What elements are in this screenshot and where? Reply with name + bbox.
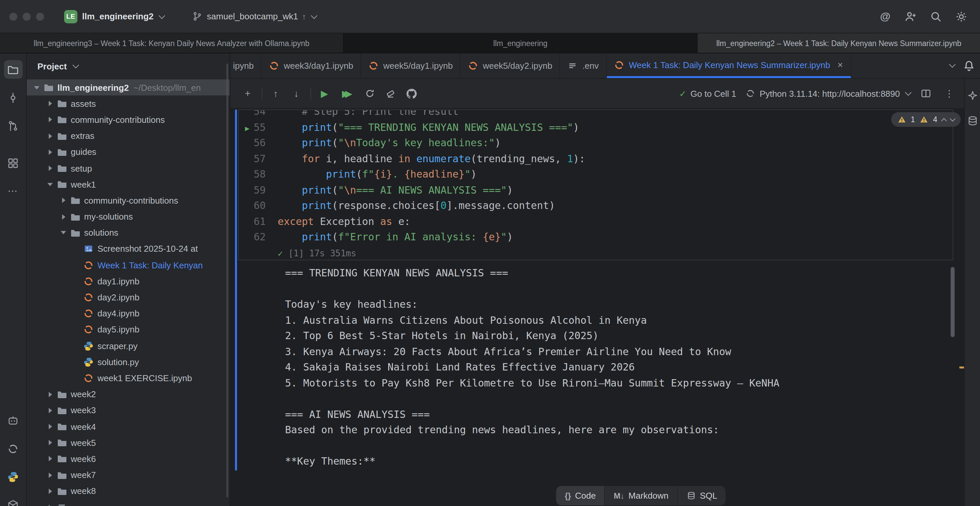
editor-tab[interactable]: week5/day1.ipynb	[361, 53, 461, 78]
tree-item[interactable]: my-solutions	[27, 208, 230, 224]
jupyter-tool-button[interactable]	[4, 439, 22, 458]
tree-item[interactable]: solutions	[27, 224, 230, 241]
github-button[interactable]	[403, 86, 419, 102]
ai-chat-tool-button[interactable]	[4, 411, 22, 430]
tree-item[interactable]	[27, 499, 230, 506]
editor-tab[interactable]: ipynb	[230, 53, 262, 78]
tree-item[interactable]: solution.py	[27, 354, 230, 370]
project-tree-scrollbar[interactable]	[226, 64, 228, 497]
settings-gear-icon[interactable]	[955, 10, 968, 23]
tree-expand-chevron-icon[interactable]	[45, 488, 55, 494]
tree-expand-chevron-icon[interactable]	[45, 440, 55, 445]
tree-expand-chevron-icon[interactable]	[45, 101, 55, 107]
tree-expand-chevron-icon[interactable]	[45, 117, 55, 123]
tree-item[interactable]: week7	[27, 467, 230, 483]
notebook-editor[interactable]: 54 # Step 5: Print the result▶55 print("…	[230, 108, 964, 506]
tree-item[interactable]: Screenshot 2025-10-24 at	[27, 241, 230, 257]
more-tool-windows-button[interactable]: ⋯	[4, 181, 22, 200]
clear-outputs-button[interactable]	[382, 86, 399, 102]
move-cell-down-button[interactable]: ↓	[288, 86, 304, 102]
cell-type-markdown-button[interactable]: M↓Markdown	[605, 486, 678, 505]
tree-expand-chevron-icon[interactable]	[59, 231, 68, 235]
tree-item[interactable]: day2.ipynb	[27, 290, 230, 306]
tree-item[interactable]: community-contributions	[27, 193, 230, 208]
python-console-tool-button[interactable]	[4, 467, 22, 486]
tree-item[interactable]: week3	[27, 403, 230, 418]
database-tool-button[interactable]	[966, 115, 978, 127]
editor-tab-active[interactable]: Week 1 Task: Daily Kenyan News Summarize…	[607, 53, 851, 78]
tree-expand-chevron-icon[interactable]	[45, 391, 55, 397]
tree-expand-chevron-icon[interactable]	[45, 408, 55, 413]
cell-type-sql-button[interactable]: SQL	[678, 486, 726, 505]
tree-expand-chevron-icon[interactable]	[45, 150, 55, 155]
tree-expand-chevron-icon[interactable]	[45, 165, 55, 171]
run-line-icon[interactable]: ▶	[245, 121, 249, 136]
structure-tool-button[interactable]	[4, 154, 22, 172]
window-tab[interactable]: llm_engineering3 – Week 1 Task: Kenyan D…	[0, 33, 344, 53]
tree-expand-chevron-icon[interactable]	[45, 133, 55, 138]
kernel-selector[interactable]: Python 3.11.14: http://localhost:8890	[746, 88, 911, 99]
tree-expand-chevron-icon[interactable]	[45, 472, 55, 477]
output-scrollbar[interactable]	[951, 267, 955, 337]
tree-item[interactable]: scraper.py	[27, 338, 230, 354]
ai-assistant-at-icon[interactable]: @	[878, 10, 892, 23]
tree-item[interactable]: day4.ipynb	[27, 306, 230, 321]
window-tab-active[interactable]: llm_engineering2 – Week 1 Task: Daily Ke…	[698, 33, 980, 53]
tree-item[interactable]: assets	[27, 95, 230, 111]
tree-expand-chevron-icon[interactable]	[59, 198, 68, 203]
tree-item[interactable]: community-contributions	[27, 112, 230, 128]
tree-item[interactable]: setup	[27, 160, 230, 176]
split-editor-icon[interactable]	[920, 88, 932, 99]
tree-expand-chevron-icon[interactable]	[45, 183, 55, 186]
tree-item[interactable]: week6	[27, 451, 230, 467]
code-cell[interactable]: 54 # Step 5: Print the result▶55 print("…	[238, 110, 953, 260]
next-problem-icon[interactable]	[950, 116, 956, 122]
tree-item[interactable]: week4	[27, 418, 230, 434]
tree-expand-chevron-icon[interactable]	[32, 86, 41, 89]
tree-item[interactable]: day1.ipynb	[27, 274, 230, 290]
tree-item[interactable]: week8	[27, 483, 230, 499]
close-tab-icon[interactable]: ×	[837, 59, 843, 70]
run-cell-button[interactable]: ▶	[317, 86, 332, 102]
editor-tab[interactable]: week5/day2.ipynb	[461, 53, 560, 78]
code-with-me-user-icon[interactable]	[904, 10, 917, 23]
add-cell-button[interactable]: ＋	[240, 86, 256, 102]
tree-item[interactable]: week1	[27, 176, 230, 192]
search-icon[interactable]	[929, 10, 943, 23]
branch-selector[interactable]: samuel_bootcamp_wk1 ↑	[187, 8, 321, 24]
pull-requests-tool-button[interactable]	[4, 116, 22, 135]
tree-item[interactable]: week2	[27, 386, 230, 402]
editor-tab[interactable]: .env	[560, 53, 607, 78]
minimize-window-button[interactable]	[23, 12, 31, 21]
tree-item[interactable]: week5	[27, 434, 230, 450]
inspections-widget[interactable]: 1 4	[891, 112, 961, 127]
tree-expand-chevron-icon[interactable]	[45, 456, 55, 461]
notifications-bell-icon[interactable]	[963, 60, 975, 72]
tree-expand-chevron-icon[interactable]	[45, 504, 55, 506]
tree-item[interactable]: week1 EXERCISE.ipynb	[27, 370, 230, 386]
cell-type-code-button[interactable]: {}Code	[556, 486, 605, 505]
packages-tool-button[interactable]	[4, 495, 22, 506]
move-cell-up-button[interactable]: ↑	[268, 86, 284, 102]
zoom-window-button[interactable]	[36, 12, 44, 21]
project-selector[interactable]: LE llm_engineering2	[59, 7, 170, 26]
tree-item[interactable]: day5.ipynb	[27, 322, 230, 338]
previous-problem-icon[interactable]	[941, 118, 947, 124]
ai-assistant-tool-button[interactable]	[966, 89, 978, 102]
tree-item[interactable]: Week 1 Task: Daily Kenyan	[27, 257, 230, 273]
close-window-button[interactable]	[10, 12, 18, 21]
window-tab[interactable]: llm_engineering	[344, 33, 698, 53]
run-all-cells-button[interactable]: ▶▶	[337, 86, 357, 102]
commit-tool-button[interactable]	[4, 88, 22, 107]
tree-item[interactable]: llm_engineering2~/Desktop/llm_en	[27, 80, 230, 95]
project-tool-button[interactable]	[4, 60, 22, 79]
tree-item[interactable]: extras	[27, 128, 230, 144]
tree-expand-chevron-icon[interactable]	[59, 214, 68, 219]
editor-tab[interactable]: week3/day1.ipynb	[262, 53, 361, 78]
hidden-tabs-chevron-icon[interactable]	[949, 61, 956, 68]
more-options-kebab-icon[interactable]: ⋮	[941, 86, 957, 102]
restart-kernel-button[interactable]	[362, 86, 378, 102]
go-to-cell-button[interactable]: ✓ Go to Cell 1	[679, 88, 737, 99]
tree-item[interactable]: guides	[27, 144, 230, 160]
tree-expand-chevron-icon[interactable]	[45, 424, 55, 429]
